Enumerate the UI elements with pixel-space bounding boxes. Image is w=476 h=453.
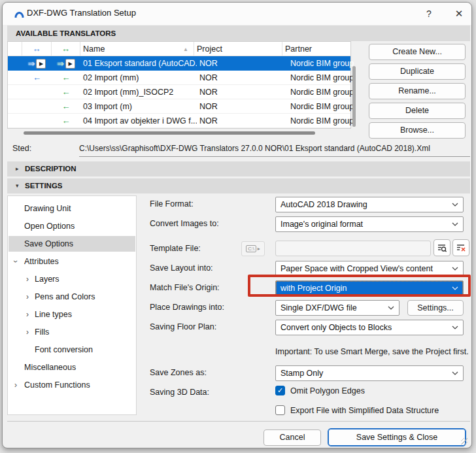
header-export-import-blue[interactable]: ↔ [22, 42, 52, 56]
save-zones-dropdown[interactable]: Stamp Only [275, 365, 464, 381]
save-zones-value: Stamp Only [280, 369, 323, 378]
template-browse-button[interactable] [434, 239, 450, 256]
tree-item-label: Miscellaneous [24, 360, 76, 375]
file-format-dropdown[interactable]: AutoCAD 2018 Drawing [275, 197, 464, 212]
cancel-button[interactable]: Cancel [264, 429, 321, 446]
omit-polygon-edges-checkbox[interactable]: ✓ [275, 386, 285, 395]
save-settings-close-button[interactable]: Save Settings & Close [328, 428, 466, 446]
header-project-column[interactable]: Project [194, 42, 282, 56]
template-clear-button[interactable] [452, 239, 469, 256]
play-icon: ▶ [39, 61, 43, 67]
tree-collapsed-chevron-icon[interactable]: › [26, 324, 29, 340]
template-file-source-button[interactable]: C:\ ▸ [241, 241, 265, 256]
tree-collapsed-chevron-icon[interactable]: › [14, 377, 17, 393]
tree-item-label: Save Options [24, 236, 73, 252]
row-green-direction-cell: ← [52, 87, 80, 97]
tree-item-font-conversion[interactable]: Font conversion [8, 342, 135, 358]
table-header-row: ↔ ↔ Name ▲ Project Partner [8, 42, 350, 56]
save-layout-dropdown[interactable]: Paper Space with Cropped View's content [275, 261, 464, 277]
partner-column-label: Partner [285, 44, 312, 54]
translator-project: NOR [197, 116, 288, 126]
import-arrow-blue-icon: ← [33, 73, 41, 82]
convert-images-value: Image's original format [280, 220, 363, 229]
tree-item-attributes[interactable]: › Attributes [8, 254, 135, 269]
settings-section-header[interactable]: ▾ SETTINGS [7, 178, 470, 193]
create-new-button[interactable]: Create New... [369, 44, 466, 60]
tree-collapsed-chevron-icon[interactable]: › [26, 307, 29, 322]
list-search-icon [437, 243, 447, 253]
table-row-selected[interactable]: ⇒ ▶ ⇒ ▶ 01 Eksport standard (AutoCAD... … [8, 56, 350, 71]
translator-file-path: C:\Users\ss\Graphisoft\DXF-DWG Translato… [79, 141, 470, 157]
translator-name: 01 Eksport standard (AutoCAD... [80, 59, 197, 68]
translators-table: ↔ ↔ Name ▲ Project Partner ⇒ ▶ ⇒ ▶ 01 Ek… [7, 41, 351, 129]
tree-collapsed-chevron-icon[interactable]: › [26, 289, 29, 305]
convert-images-dropdown[interactable]: Image's original format [275, 216, 464, 232]
file-format-label: File Format: [150, 199, 194, 209]
browse-button[interactable]: Browse... [369, 122, 466, 139]
dxf-dwg-translation-setup-dialog: DXF-DWG Translation Setup ? ✕ AVAILABLE … [2, 2, 472, 448]
table-row[interactable]: ← 02 Import (mm)_ISOCP2 NOR Nordic BIM g… [8, 85, 350, 99]
tree-item-fills[interactable]: › Fills [8, 324, 135, 340]
tree-item-label: Fills [35, 324, 49, 340]
project-column-label: Project [197, 44, 222, 54]
header-partner-column[interactable]: Partner [282, 42, 348, 56]
tree-item-drawing-unit[interactable]: Drawing Unit [8, 201, 135, 216]
match-origin-value: with Project Origin [280, 284, 347, 293]
tree-item-line-types[interactable]: › Line types [8, 307, 135, 322]
tree-item-custom-functions[interactable]: › Custom Functions [8, 377, 135, 393]
header-export-import-green[interactable]: ↔ [52, 42, 80, 56]
save-layout-label: Save Layout into: [150, 263, 213, 273]
run-translator-button[interactable]: ▶ [36, 59, 46, 69]
tree-item-label: Layers [35, 271, 60, 287]
tree-expanded-chevron-icon[interactable]: › [8, 260, 24, 263]
export-arrow-green-icon: ⇒ [57, 59, 64, 69]
saving-floor-plan-dropdown[interactable]: Convert only Objects to Blocks [275, 320, 464, 335]
file-format-value: AutoCAD 2018 Drawing [280, 200, 367, 209]
footer-divider [7, 421, 470, 422]
tree-item-miscellaneous[interactable]: Miscellaneous [8, 360, 135, 375]
place-drawings-dropdown[interactable]: Single DXF/DWG file [275, 300, 400, 316]
duplicate-button[interactable]: Duplicate [369, 63, 466, 80]
run-translator-button[interactable]: ▶ [65, 59, 75, 69]
place-drawings-label: Place Drawings into: [150, 303, 224, 312]
header-spacer-cell [8, 42, 22, 56]
header-name-column[interactable]: Name ▲ [80, 42, 194, 56]
save-layout-value: Paper Space with Cropped View's content [280, 264, 433, 273]
table-horizontal-scrollbar[interactable] [24, 131, 315, 135]
tree-item-open-options[interactable]: Open Options [8, 218, 135, 234]
import-arrow-green-icon: ← [62, 87, 71, 97]
tree-collapsed-chevron-icon[interactable]: › [26, 271, 29, 287]
match-origin-dropdown[interactable]: with Project Origin [275, 280, 464, 296]
match-origin-label: Match File's Origin: [150, 283, 220, 292]
tree-item-pens-and-colors[interactable]: › Pens and Colors [8, 289, 135, 305]
rename-button[interactable]: Rename... [369, 83, 466, 99]
row-blue-direction-cell: ← [22, 73, 52, 82]
template-file-input[interactable] [275, 241, 431, 256]
both-direction-green-icon: ↔ [61, 44, 70, 54]
row-green-direction-cell: ← [52, 73, 80, 82]
sort-ascending-icon: ▲ [183, 46, 188, 52]
table-row[interactable]: ← 03 Import (m) NOR Nordic BIM group [8, 99, 350, 114]
delete-button[interactable]: Delete [369, 103, 466, 119]
table-vertical-scrollbar[interactable] [352, 66, 356, 127]
description-section-header[interactable]: ▸ DESCRIPTION [7, 161, 470, 176]
tree-item-layers[interactable]: › Layers [8, 271, 135, 287]
table-row[interactable]: ← ← 02 Import (mm) NOR Nordic BIM group [8, 71, 350, 85]
import-arrow-green-icon: ← [62, 101, 71, 111]
close-button[interactable]: ✕ [450, 6, 468, 22]
table-row[interactable]: ← 04 Import av objekter i DWG f... NOR N… [8, 114, 350, 128]
row-blue-direction-cell: ⇒ ▶ [22, 59, 52, 69]
resize-grip[interactable] [461, 438, 468, 445]
tree-item-save-options[interactable]: Save Options [8, 236, 135, 252]
translator-name: 02 Import (mm) [80, 73, 197, 82]
place-drawings-settings-button[interactable]: Settings... [407, 300, 464, 316]
translator-name: 03 Import (m) [80, 102, 197, 111]
both-direction-blue-icon: ↔ [33, 44, 41, 54]
help-button[interactable]: ? [420, 6, 438, 22]
chevron-down-icon [452, 222, 458, 226]
tree-item-label: Drawing Unit [24, 201, 71, 216]
place-drawings-value: Single DXF/DWG file [280, 303, 357, 312]
export-simplified-checkbox[interactable] [275, 405, 285, 415]
smart-merge-note: Important: To use Smart Merge, save the … [275, 347, 469, 356]
translator-project: NOR [197, 102, 288, 111]
